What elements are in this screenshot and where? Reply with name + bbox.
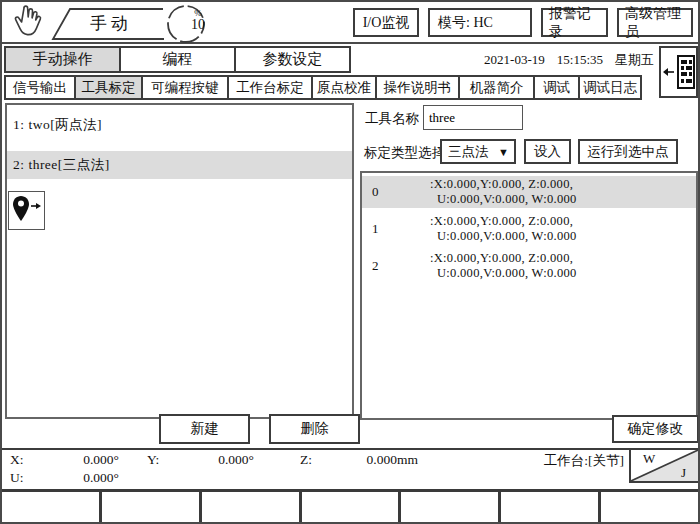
- keypad-icon: [677, 55, 695, 89]
- x-axis-value: 0.000°: [47, 452, 119, 468]
- x-axis-label: X:: [10, 452, 24, 468]
- tool-list-panel: 1: two[两点法] 2: three[三点法]: [5, 103, 354, 419]
- y-axis-label: Y:: [147, 452, 159, 468]
- tab-manual-operation[interactable]: 手动操作: [4, 46, 121, 73]
- point-coords-line2: U:0.000,V:0.000, W:0.000: [430, 229, 577, 244]
- keyboard-toggle-button[interactable]: [659, 46, 698, 98]
- status-bar: X: 0.000° Y: 0.000° Z: 0.000mm 工作台:[关节] …: [2, 448, 698, 489]
- softkey-row: [2, 489, 698, 522]
- calibration-type-value: 三点法: [448, 143, 489, 161]
- left-arrow-icon: [662, 67, 675, 77]
- world-mode-label: W: [643, 451, 655, 467]
- tab-machine-intro[interactable]: 机器简介: [458, 75, 535, 100]
- joint-mode-label: J: [681, 465, 686, 481]
- top-bar: 手动 % 10 I/O监视 模号: HC 报警记录 高级管理员: [2, 2, 698, 44]
- weekday-text: 星期五: [615, 52, 654, 67]
- io-monitor-button[interactable]: I/O监视: [353, 8, 419, 37]
- speed-value: 10: [186, 17, 210, 33]
- softkey-cell[interactable]: [401, 492, 501, 522]
- hand-cursor-icon: [10, 4, 48, 42]
- workbench-mode-text: 工作台:[关节]: [502, 452, 624, 470]
- tool-name-input[interactable]: [423, 105, 523, 130]
- sub-tab-bar: 信号输出 工具标定 可编程按键 工作台标定 原点校准 操作说明书 机器简介 调试…: [4, 75, 642, 100]
- admin-level-button[interactable]: 高级管理员: [617, 8, 693, 37]
- tab-debug-log[interactable]: 调试日志: [578, 75, 642, 100]
- alarm-record-button[interactable]: 报警记录: [541, 8, 608, 37]
- tab-parameter-setting[interactable]: 参数设定: [234, 46, 351, 73]
- set-in-button[interactable]: 设入: [524, 139, 571, 164]
- tab-operation-manual[interactable]: 操作说明书: [375, 75, 460, 100]
- point-row-selected[interactable]: 0 :X:0.000,Y:0.000, Z:0.000, U:0.000,V:0…: [362, 176, 696, 208]
- point-coords-line1: :X:0.000,Y:0.000, Z:0.000,: [430, 251, 577, 266]
- tool-name-label: 工具名称: [365, 110, 419, 128]
- softkey-cell[interactable]: [601, 492, 698, 522]
- tab-debug[interactable]: 调试: [533, 75, 580, 100]
- run-to-selected-point-button[interactable]: 运行到选中点: [578, 139, 678, 164]
- y-axis-value: 0.000°: [182, 452, 254, 468]
- date-text: 2021-03-19: [484, 52, 545, 67]
- tab-programmable-keys[interactable]: 可编程按键: [141, 75, 229, 100]
- new-button[interactable]: 新建: [159, 414, 250, 444]
- u-axis-value: 0.000°: [47, 470, 119, 486]
- coordinate-mode-indicator[interactable]: W J: [629, 450, 698, 483]
- softkey-cell[interactable]: [202, 492, 302, 522]
- confirm-modify-button[interactable]: 确定修改: [612, 415, 699, 443]
- location-pin-icon: [13, 196, 29, 221]
- tab-signal-output[interactable]: 信号输出: [4, 75, 76, 100]
- softkey-cell[interactable]: [501, 492, 601, 522]
- app-window: 手动 % 10 I/O监视 模号: HC 报警记录 高级管理员 手动操作 编程 …: [0, 0, 700, 524]
- point-row[interactable]: 1 :X:0.000,Y:0.000, Z:0.000, U:0.000,V:0…: [362, 213, 696, 245]
- calibration-type-select[interactable]: 三点法 ▼: [440, 139, 516, 164]
- mode-label: 手动: [90, 12, 132, 35]
- delete-button[interactable]: 删除: [269, 414, 360, 444]
- calibration-type-label: 标定类型选择: [364, 144, 445, 162]
- tab-origin-calibration[interactable]: 原点校准: [311, 75, 377, 100]
- softkey-cell[interactable]: [2, 492, 102, 522]
- tool-list-item-selected[interactable]: 2: three[三点法]: [7, 151, 352, 179]
- tab-workbench-calibration[interactable]: 工作台标定: [227, 75, 313, 100]
- point-coords-line1: :X:0.000,Y:0.000, Z:0.000,: [430, 214, 577, 229]
- z-axis-value: 0.000mm: [332, 452, 418, 468]
- point-coords-line2: U:0.000,V:0.000, W:0.000: [430, 192, 577, 207]
- main-tab-bar: 手动操作 编程 参数设定: [4, 46, 351, 73]
- z-axis-label: Z:: [300, 452, 312, 468]
- dropdown-arrow-icon: ▼: [498, 146, 509, 158]
- softkey-cell[interactable]: [302, 492, 402, 522]
- u-axis-label: U:: [10, 470, 24, 486]
- top-button-group: I/O监视 模号: HC 报警记录 高级管理员: [353, 8, 693, 37]
- model-number-button[interactable]: 模号: HC: [428, 8, 532, 37]
- pin-arrow-icon: [31, 203, 41, 209]
- calibration-points-list: 0 :X:0.000,Y:0.000, Z:0.000, U:0.000,V:0…: [360, 171, 698, 420]
- point-coords-line1: :X:0.000,Y:0.000, Z:0.000,: [430, 177, 577, 192]
- point-index: 0: [362, 184, 430, 200]
- tool-list-item[interactable]: 1: two[两点法]: [7, 111, 352, 139]
- tab-programming[interactable]: 编程: [119, 46, 236, 73]
- point-row[interactable]: 2 :X:0.000,Y:0.000, Z:0.000, U:0.000,V:0…: [362, 250, 696, 282]
- tab-tool-calibration[interactable]: 工具标定: [74, 75, 143, 100]
- datetime-display: 2021-03-1915:15:35星期五: [402, 51, 654, 69]
- move-to-point-button[interactable]: [8, 191, 45, 230]
- softkey-cell[interactable]: [102, 492, 202, 522]
- time-text: 15:15:35: [557, 52, 603, 67]
- point-coords-line2: U:0.000,V:0.000, W:0.000: [430, 266, 577, 281]
- point-index: 1: [362, 221, 430, 237]
- point-index: 2: [362, 258, 430, 274]
